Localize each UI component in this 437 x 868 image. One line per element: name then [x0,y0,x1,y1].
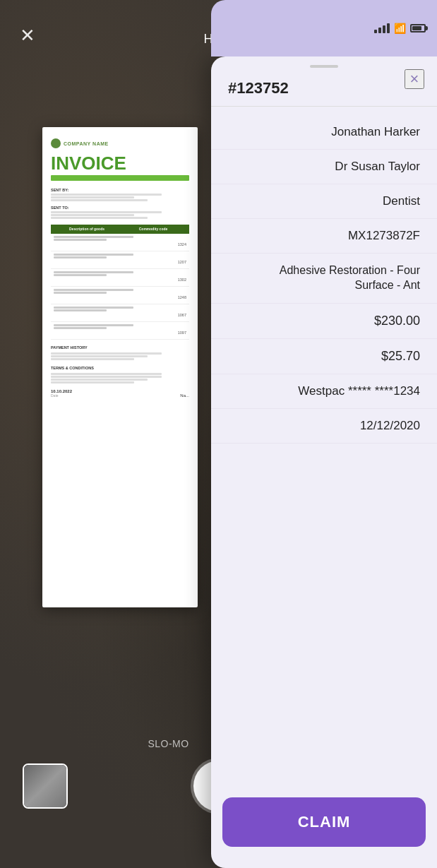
wifi-icon: 📶 [394,23,406,34]
terms-line1 [51,373,162,375]
gap-amount: $25.70 [381,349,420,364]
table-row: 1248 [51,287,189,304]
sent-by-line3 [51,199,148,201]
drag-handle[interactable] [310,65,338,68]
table-row: 1324 [51,234,189,251]
table-row: 1302 [51,269,189,287]
invoice-table: Description of goods Commodity code 1324… [51,225,189,340]
row6-desc [54,324,133,326]
terms-line3 [51,379,148,381]
claim-date: 12/12/2020 [360,419,420,433]
invoice-date: 10.10.2022 [51,389,72,393]
panel-spacer [211,444,437,797]
mode-slomo[interactable]: SLO-MO [148,738,188,749]
row2-code: 1207 [178,260,186,264]
panel-row-specialty: Dentist [211,184,437,219]
invoice-date-block: 10.10.2022 Date [51,389,72,398]
col-code: Commodity code [120,227,186,232]
claim-amount: $230.00 [374,314,420,328]
table-header: Description of goods Commodity code [51,225,189,234]
panel-row-description: Adhesive Restoration - Four Surface - An… [211,254,437,304]
sent-by-label: SENT BY: [51,188,189,192]
panel-row-date: 12/12/2020 [211,409,437,444]
row6-desc2 [54,327,107,329]
sent-to-line1 [51,211,162,213]
terms-line2 [51,376,162,378]
table-row: 1067 [51,304,189,322]
claim-button[interactable]: CLAIM [222,797,426,847]
invoice-signee: Na... [180,393,189,398]
row1-desc2 [54,239,107,241]
panel-row-gap: $25.70 [211,339,437,374]
panel-row-name: Jonathan Harker [211,115,437,150]
payment-line2 [51,355,148,357]
provider-code: MX1273872F [348,229,420,243]
sent-to-line2 [51,214,134,216]
invoice-title: INVOICE [51,154,189,172]
company-name: COMPANY NAME [64,141,109,146]
row5-desc [54,307,133,309]
invoice-date-row: 10.10.2022 Date Na... [51,389,189,398]
treatment-description: Adhesive Restoration - Four Surface - An… [279,263,420,293]
sent-to-label: SENT TO: [51,206,189,210]
logo-icon [51,138,61,148]
signal-bars [374,23,390,33]
row3-desc [54,271,133,273]
panel-overlay: × #123752 Jonathan Harker Dr Susan Taylo… [211,57,437,868]
row5-code: 1067 [178,313,186,317]
row6-code: 1097 [178,331,186,335]
provider-name: Dr Susan Taylor [335,160,420,174]
row1-code: 1324 [178,242,186,246]
row1-desc [54,236,133,238]
patient-name: Jonathan Harker [331,125,420,139]
payment-line3 [51,358,134,360]
row2-desc2 [54,256,107,258]
panel-row-amount: $230.00 [211,304,437,339]
invoice-logo: COMPANY NAME [51,138,189,148]
row4-desc [54,289,133,291]
panel-close-button[interactable]: × [405,69,424,89]
thumbnail-image [24,765,66,807]
camera-thumbnail[interactable] [23,763,68,809]
payment-history-label: PAYMENT HISTORY [51,345,189,350]
terms-label: TERMS & CONDITIONS [51,366,189,370]
table-row: 1097 [51,322,189,340]
signal-bar-3 [383,25,385,33]
row3-code: 1302 [178,278,186,282]
invoice-green-bar [51,175,189,181]
row4-code: 1248 [178,295,186,299]
row5-desc2 [54,309,107,311]
panel-row-provider: Dr Susan Taylor [211,150,437,184]
panel-invoice-number: #123752 [211,73,437,97]
payment-line1 [51,352,162,355]
invoice-document: COMPANY NAME INVOICE SENT BY: SENT TO: D… [42,127,198,607]
panel-divider-top [211,106,437,107]
camera-close-icon[interactable]: ✕ [20,25,35,47]
phone-frame: ✕ HDR G COMPANY NAME INVOICE SENT BY: SE… [0,0,437,868]
signal-bar-1 [374,30,377,33]
row4-desc2 [54,292,107,294]
status-bar-area: 📶 [211,0,437,57]
battery-icon [410,24,426,32]
battery-fill [412,26,421,30]
panel-row-code: MX1273872F [211,219,437,254]
signal-bar-4 [387,23,390,33]
signal-bar-2 [378,28,381,33]
sent-to-line3 [51,217,148,219]
sent-by-line2 [51,196,134,198]
table-row: 1207 [51,251,189,269]
invoice-date-label: Date [51,393,72,398]
row2-desc [54,254,133,256]
panel-row-payment: Westpac ***** ****1234 [211,374,437,409]
sent-by-line1 [51,194,162,196]
terms-line4 [51,381,134,384]
specialty: Dentist [383,194,420,208]
col-desc: Description of goods [54,227,120,232]
payment-account: Westpac ***** ****1234 [298,384,420,398]
row3-desc2 [54,274,107,276]
